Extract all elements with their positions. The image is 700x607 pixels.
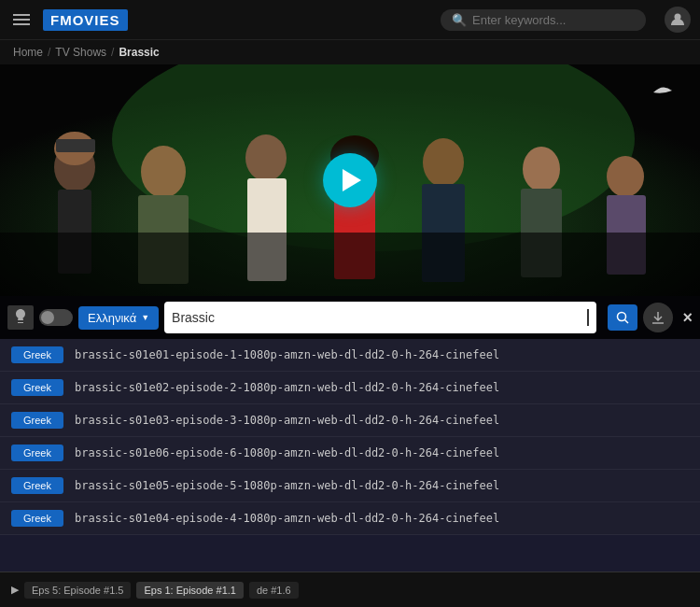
subtitle-filename[interactable]: brassic-s01e05-episode-5-1080p-amzn-web-… [75,479,499,492]
episode-bar: ▶ Eps 5: Episode #1.5 Eps 1: Episode #1.… [0,572,700,607]
close-button[interactable]: × [682,308,693,328]
lang-badge[interactable]: Greek [11,346,63,363]
subtitle-filename[interactable]: brassic-s01e03-episode-3-1080p-amzn-web-… [75,414,499,427]
dropdown-arrow-icon: ▼ [141,313,149,322]
navbar: FMOVIES 🔍 [0,0,700,39]
subtitle-filename[interactable]: brassic-s01e06-episode-6-1080p-amzn-web-… [75,446,499,459]
svg-point-21 [618,313,626,321]
subtitle-search-button[interactable] [608,304,637,331]
language-label: Ελληνικά [88,311,136,325]
subtitle-result-row: Greek brassic-s01e02-episode-2-1080p-amz… [0,372,700,404]
text-cursor [587,309,589,326]
subtitle-results: Greek brassic-s01e01-episode-1-1080p-amz… [0,339,700,535]
search-input[interactable] [472,13,631,27]
play-button[interactable] [323,153,377,207]
episode-item-1[interactable]: Eps 1: Episode #1.1 [136,582,243,599]
toggle-knob [41,311,54,324]
subtitle-filename[interactable]: brassic-s01e04-episode-4-1080p-amzn-web-… [75,512,499,525]
logo[interactable]: FMOVIES [43,9,128,31]
subtitle-result-row: Greek brassic-s01e01-episode-1-1080p-amz… [0,339,700,372]
episode-item-5[interactable]: Eps 5: Episode #1.5 [24,582,131,599]
subtitle-filename[interactable]: brassic-s01e01-episode-1-1080p-amzn-web-… [75,348,499,361]
breadcrumb-tv-shows[interactable]: TV Shows [55,46,106,59]
user-icon[interactable] [665,7,691,33]
play-icon [343,169,361,191]
svg-line-22 [625,320,629,324]
svg-rect-20 [0,233,700,296]
breadcrumb-home[interactable]: Home [13,46,43,59]
svg-point-18 [607,156,644,197]
lang-badge[interactable]: Greek [11,477,63,494]
search-icon: 🔍 [452,13,467,27]
svg-point-7 [141,146,186,198]
lang-badge[interactable]: Greek [11,379,63,396]
subtitle-bar: Ελληνικά ▼ × [0,296,700,339]
subtitle-result-row: Greek brassic-s01e05-episode-5-1080p-amz… [0,470,700,502]
ep-play-icon: ▶ [11,584,19,596]
menu-button[interactable] [9,10,34,29]
svg-point-14 [423,138,464,187]
hero-section [0,64,700,296]
subtitle-result-row: Greek brassic-s01e06-episode-6-1080p-amz… [0,437,700,470]
episode-item-6[interactable]: de #1.6 [249,582,299,599]
language-dropdown[interactable]: Ελληνικά ▼ [78,306,159,330]
subtitle-toggle[interactable] [39,309,73,326]
lang-badge[interactable]: Greek [11,510,63,527]
subtitle-filename[interactable]: brassic-s01e02-episode-2-1080p-amzn-web-… [75,381,499,394]
breadcrumb-sep2: / [111,46,114,59]
svg-point-16 [523,147,560,191]
subtitle-result-row: Greek brassic-s01e04-episode-4-1080p-amz… [0,502,700,535]
subtitle-search-container [164,302,596,333]
subtitle-result-row: Greek brassic-s01e03-episode-3-1080p-amz… [0,404,700,437]
breadcrumb-current: Brassic [119,46,159,59]
svg-point-9 [245,134,287,181]
download-button[interactable] [643,303,673,332]
breadcrumb: Home / TV Shows / Brassic [0,39,700,64]
svg-rect-6 [56,139,95,152]
search-bar: 🔍 [441,9,646,31]
breadcrumb-sep1: / [48,46,50,59]
lang-badge[interactable]: Greek [11,412,63,429]
hearing-icon [7,305,34,330]
subtitle-search-input[interactable] [172,310,587,325]
lang-badge[interactable]: Greek [11,445,63,461]
